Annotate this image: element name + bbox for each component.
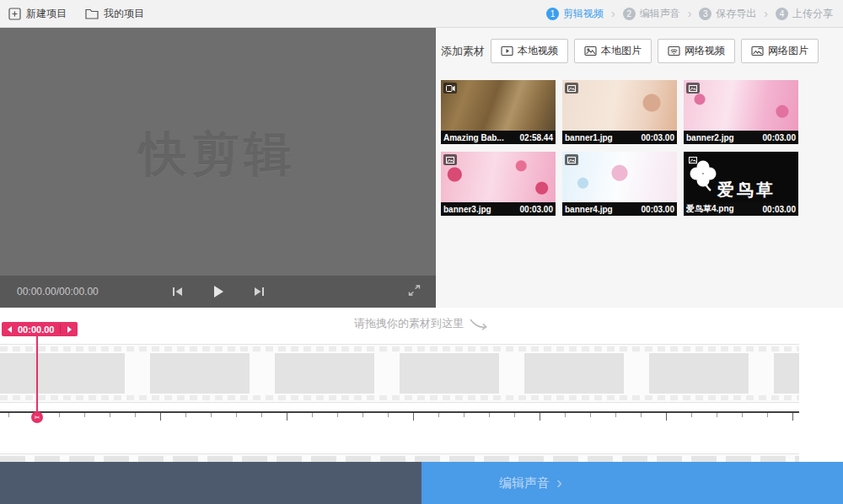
workflow-steps: 1 剪辑视频 › 2 编辑声音 › 3 保存导出 › 4 上传分享: [546, 7, 833, 21]
media-duration: 00:03.00: [642, 205, 674, 214]
step-3-label: 保存导出: [716, 7, 756, 21]
web-image-button[interactable]: 网络图片: [741, 39, 819, 63]
play-button[interactable]: [211, 283, 226, 300]
chevron-right-icon: ›: [764, 8, 768, 19]
drop-hint: 请拖拽你的素材到这里: [0, 316, 843, 331]
playhead-time-badge[interactable]: 00:00.00: [2, 322, 78, 336]
media-duration: 00:03.00: [642, 133, 674, 142]
add-material-toolbar: 添加素材 本地视频 本地图片: [436, 28, 843, 63]
web-video-icon: [668, 46, 680, 56]
transport-controls: [170, 283, 266, 300]
next-step-label: 编辑声音: [499, 475, 550, 491]
my-projects-label: 我的项目: [104, 7, 144, 21]
thumbnail-overlay-text: 爱鸟草: [717, 179, 776, 201]
local-video-icon: [501, 46, 513, 56]
new-project-icon: [8, 8, 21, 20]
media-item-banner4[interactable]: banner4.jpg 00:03.00: [562, 152, 677, 216]
watermark-logo: 快剪辑: [0, 123, 436, 187]
video-track-frames: [0, 353, 799, 394]
my-projects-button[interactable]: 我的项目: [85, 7, 144, 21]
fullscreen-button[interactable]: [406, 283, 422, 300]
media-item-amazing-baby[interactable]: Amazing Bab... 02:58.44: [441, 80, 556, 144]
thumbnail-label-bar: banner3.jpg 00:03.00: [441, 202, 556, 216]
media-thumbnail-grid: Amazing Bab... 02:58.44 banner1.jpg 00:0…: [436, 80, 843, 216]
media-duration: 02:58.44: [520, 133, 553, 142]
next-step-content: 编辑声音 ›: [499, 462, 562, 504]
skip-to-end-button[interactable]: [251, 285, 266, 298]
next-step-button[interactable]: 编辑声音 ›: [422, 462, 843, 504]
media-item-banner1[interactable]: banner1.jpg 00:03.00: [562, 80, 677, 144]
web-video-button[interactable]: 网络视频: [658, 39, 735, 63]
bottom-bar: 编辑声音 ›: [0, 462, 843, 504]
playhead-line[interactable]: [36, 336, 38, 417]
add-material-label: 添加素材: [441, 44, 485, 59]
clover-icon: [688, 158, 718, 192]
media-filename: banner1.jpg: [565, 133, 613, 142]
step-upload-share[interactable]: 4 上传分享: [776, 7, 833, 21]
step-edit-audio[interactable]: 2 编辑声音: [623, 7, 680, 21]
media-item-banner3[interactable]: banner3.jpg 00:03.00: [441, 152, 556, 216]
step-1-label: 剪辑视频: [563, 7, 604, 21]
local-image-icon: [584, 46, 597, 56]
step-forward-icon: [67, 326, 72, 333]
curved-arrow-down-right-icon: [469, 318, 489, 330]
local-image-label: 本地图片: [601, 44, 642, 58]
thumbnail-label-bar: 爱鸟草4.png 00:03.00: [684, 202, 798, 216]
media-library-panel: 添加素材 本地视频 本地图片: [436, 28, 843, 308]
image-type-icon: [565, 154, 578, 165]
media-item-ainiaocao[interactable]: 爱鸟草 爱鸟草4.png 00:03.00: [684, 152, 798, 216]
local-video-label: 本地视频: [518, 44, 558, 58]
web-video-label: 网络视频: [685, 44, 725, 58]
badge-divider: [60, 324, 61, 334]
image-type-icon: [565, 83, 578, 94]
topbar: 新建项目 我的项目 1 剪辑视频 › 2 编辑声音 › 3 保存导出: [0, 0, 843, 28]
skip-to-start-icon: [172, 287, 184, 297]
step-save-export[interactable]: 3 保存导出: [699, 7, 756, 21]
step-2-label: 编辑声音: [640, 7, 680, 21]
media-item-banner2[interactable]: banner2.jpg 00:03.00: [684, 80, 798, 144]
app-window: 新建项目 我的项目 1 剪辑视频 › 2 编辑声音 › 3 保存导出: [0, 0, 843, 504]
thumbnail-image: [562, 80, 677, 131]
thumbnail-label-bar: banner2.jpg 00:03.00: [684, 131, 798, 144]
playhead-time: 00:00.00: [18, 324, 54, 335]
skip-to-start-button[interactable]: [170, 285, 185, 298]
media-duration: 00:03.00: [520, 205, 553, 214]
media-filename: banner3.jpg: [443, 205, 491, 214]
video-preview-panel: 快剪辑 00:00.00/00:00.00: [0, 28, 436, 308]
thumbnail-label-bar: Amazing Bab... 02:58.44: [441, 131, 556, 144]
bottom-bar-left: [0, 462, 422, 504]
chevron-right-icon: ›: [688, 8, 692, 19]
thumbnail-label-bar: banner1.jpg 00:03.00: [562, 131, 677, 144]
video-track[interactable]: [0, 344, 799, 403]
local-image-button[interactable]: 本地图片: [574, 39, 652, 63]
media-filename: banner2.jpg: [686, 133, 734, 142]
thumbnail-image: 爱鸟草: [684, 152, 798, 202]
play-icon: [212, 285, 224, 298]
step-3-badge: 3: [699, 8, 711, 20]
audio-track[interactable]: [0, 453, 799, 462]
thumbnail-image: [684, 80, 798, 131]
timecode-display: 00:00.00/00:00.00: [17, 286, 99, 298]
topbar-left: 新建项目 我的项目: [8, 7, 144, 21]
thumbnail-image: [441, 80, 556, 131]
web-image-label: 网络图片: [768, 44, 808, 58]
new-project-button[interactable]: 新建项目: [8, 7, 67, 21]
local-video-button[interactable]: 本地视频: [491, 39, 568, 63]
fullscreen-expand-icon: [408, 285, 421, 296]
media-duration: 00:03.00: [763, 205, 796, 214]
thumbnail-image: [441, 152, 556, 202]
playhead-knob[interactable]: ✂: [31, 411, 43, 423]
step-back-icon: [8, 326, 12, 333]
timeline-panel: 请拖拽你的素材到这里 00:00.00 ✂: [0, 308, 843, 462]
image-type-icon: [686, 83, 700, 94]
skip-to-end-icon: [253, 287, 265, 297]
media-filename: Amazing Bab...: [443, 133, 504, 142]
web-image-icon: [751, 46, 764, 56]
step-1-badge: 1: [546, 8, 559, 20]
thumbnail-label-bar: banner4.jpg 00:03.00: [562, 202, 677, 216]
step-4-label: 上传分享: [792, 7, 833, 21]
drop-hint-text: 请拖拽你的素材到这里: [354, 316, 464, 331]
media-filename: 爱鸟草4.png: [686, 203, 734, 215]
step-edit-video[interactable]: 1 剪辑视频: [546, 7, 604, 21]
image-type-icon: [443, 154, 457, 165]
